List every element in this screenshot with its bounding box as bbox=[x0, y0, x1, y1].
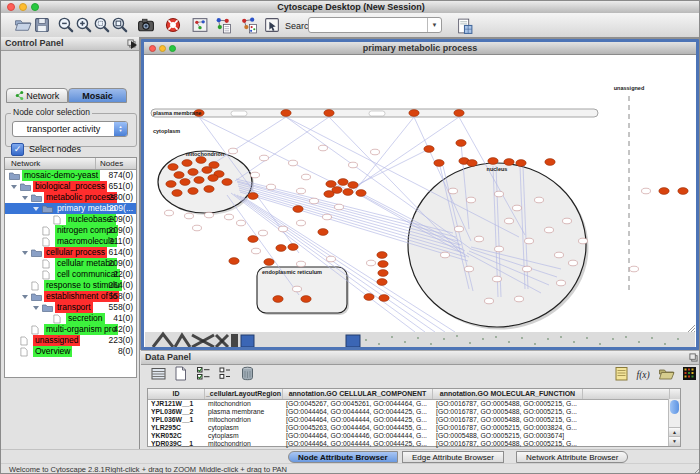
new-attribute-icon[interactable] bbox=[172, 365, 189, 382]
gene-node[interactable] bbox=[222, 179, 232, 186]
tree-row-nucleobase-[interactable]: nucleobase-209(0) bbox=[5, 214, 136, 225]
create-network-icon[interactable] bbox=[191, 16, 209, 34]
gene-node[interactable] bbox=[364, 294, 374, 301]
gene-node[interactable] bbox=[356, 190, 366, 197]
tree-row-response-to-stimulu[interactable]: response to stimulu264(0) bbox=[5, 280, 136, 291]
import-vizmap-icon[interactable] bbox=[456, 17, 474, 35]
close-icon[interactable] bbox=[149, 45, 156, 52]
tab-edge-attribute-browser[interactable]: Edge Attribute Browser bbox=[402, 451, 504, 463]
table-row[interactable]: YPL036W__2plasma membrane[GO:0044464, GO… bbox=[148, 408, 680, 416]
scrollbar-thumb[interactable] bbox=[670, 400, 679, 414]
gene-node[interactable] bbox=[378, 261, 388, 268]
gene-node[interactable] bbox=[516, 160, 526, 167]
tree-row-mosaic-demo-yeast[interactable]: mosaic-demo-yeast874(0) bbox=[5, 170, 136, 181]
delete-attribute-icon[interactable] bbox=[239, 365, 256, 382]
gene-node[interactable] bbox=[424, 146, 434, 153]
gene-node[interactable] bbox=[293, 206, 303, 213]
gene-node[interactable] bbox=[659, 188, 669, 195]
expander-icon[interactable] bbox=[11, 185, 17, 189]
gene-node[interactable] bbox=[467, 160, 477, 167]
gene-node[interactable] bbox=[343, 189, 353, 196]
tab-scroll-right-icon[interactable] bbox=[131, 41, 137, 49]
table-cell[interactable]: YJR121W__1 bbox=[148, 400, 205, 408]
open-file-icon[interactable] bbox=[14, 16, 32, 34]
gene-node[interactable] bbox=[281, 110, 291, 117]
table-cell[interactable]: YPL036W__2 bbox=[148, 408, 205, 416]
help-icon[interactable] bbox=[164, 16, 182, 34]
gene-node[interactable] bbox=[166, 181, 176, 188]
tab-network[interactable]: Network bbox=[6, 88, 68, 103]
table-cell[interactable]: [GO:0016787, GO:0005488, GO:0005215, G..… bbox=[433, 408, 583, 416]
zoom-selected-region-icon[interactable] bbox=[93, 16, 111, 34]
column-header-annotation.GO MOLECULAR_FUNCTION[interactable]: annotation.GO MOLECULAR_FUNCTION bbox=[433, 389, 583, 399]
attribute-matrix-icon[interactable] bbox=[150, 365, 167, 382]
table-cell[interactable]: [GO:0045267, GO:0045261, GO:0044464, G..… bbox=[283, 400, 433, 408]
import-network-icon[interactable] bbox=[214, 16, 232, 34]
zoom-in-icon[interactable] bbox=[75, 16, 93, 34]
snapshot-icon[interactable] bbox=[137, 16, 155, 34]
table-cell[interactable]: YLR295C bbox=[148, 424, 205, 432]
unselect-attributes-icon[interactable] bbox=[217, 365, 234, 382]
table-cell[interactable] bbox=[583, 424, 670, 432]
gene-node[interactable] bbox=[182, 160, 192, 167]
gene-node[interactable] bbox=[456, 140, 466, 147]
column-header-empty[interactable] bbox=[583, 389, 670, 399]
gene-node[interactable] bbox=[326, 181, 336, 188]
table-cell[interactable]: mitochondrion bbox=[205, 440, 283, 448]
search-dropdown-icon[interactable]: ▼ bbox=[427, 18, 441, 32]
table-cell[interactable]: YKR052C bbox=[148, 432, 205, 440]
scroll-down-icon[interactable]: ▼ bbox=[669, 436, 680, 446]
expander-icon[interactable] bbox=[22, 196, 28, 200]
network-window-titlebar[interactable]: primary metabolic process bbox=[144, 42, 696, 55]
gene-node[interactable] bbox=[188, 169, 198, 176]
table-cell[interactable]: [GO:0016787, GO:0005488, GO:0005215, G..… bbox=[433, 416, 583, 424]
table-cell[interactable]: [GO:0016787, GO:0005488, GO:0005215, G..… bbox=[433, 400, 583, 408]
notepad-icon[interactable] bbox=[613, 365, 630, 382]
search-input[interactable] bbox=[309, 18, 427, 32]
select-attributes-icon[interactable] bbox=[195, 365, 212, 382]
gene-node[interactable] bbox=[194, 177, 204, 184]
gene-node[interactable] bbox=[273, 296, 283, 303]
gene-node[interactable] bbox=[348, 182, 358, 189]
gene-node[interactable] bbox=[196, 157, 206, 164]
network-canvas[interactable]: plasma membranecytoplasmmitochondrionnuc… bbox=[144, 55, 696, 347]
gene-node[interactable] bbox=[454, 110, 464, 117]
table-cell[interactable] bbox=[583, 400, 670, 408]
annotation-icon[interactable] bbox=[263, 16, 281, 34]
tree-row-cellular-metabo[interactable]: cellular metabo209(0) bbox=[5, 258, 136, 269]
tree-row-multi-organism-pro[interactable]: multi-organism pro42(0) bbox=[5, 324, 136, 335]
table-cell[interactable]: [GO:0045263, GO:0044464, GO:0044455, G..… bbox=[283, 424, 433, 432]
node-color-dropdown[interactable]: transporter activity ▲▼ bbox=[12, 121, 128, 137]
gene-node[interactable] bbox=[379, 295, 389, 302]
tree-row-primary-metabo[interactable]: primary metabo209(... bbox=[5, 203, 136, 214]
table-cell[interactable] bbox=[583, 432, 670, 440]
tab-node-attribute-browser[interactable]: Node Attribute Browser bbox=[288, 451, 398, 463]
zoom-fit-icon[interactable] bbox=[111, 16, 129, 34]
tree-row-overview[interactable]: Overview8(0) bbox=[5, 346, 136, 357]
table-row[interactable]: YPL036W__1mitochondrion[GO:0044464, GO:0… bbox=[148, 416, 680, 424]
table-row[interactable]: YDR039C__1mitochondrion[GO:0044464, GO:0… bbox=[148, 440, 680, 448]
gene-node[interactable] bbox=[488, 158, 498, 165]
maximize-icon[interactable] bbox=[31, 3, 39, 11]
gene-node[interactable] bbox=[324, 191, 334, 198]
color-matrix-icon[interactable] bbox=[681, 365, 698, 382]
gene-node[interactable] bbox=[377, 279, 387, 286]
function-builder-icon[interactable]: f(x) bbox=[635, 365, 652, 382]
gene-node[interactable] bbox=[229, 258, 239, 265]
attribute-table-header[interactable]: ID_cellularLayoutRegionannotation.GO CEL… bbox=[148, 389, 680, 400]
table-cell[interactable]: [GO:0044464, GO:0044444, GO:0044425, G..… bbox=[283, 440, 433, 448]
resize-grip-icon[interactable] bbox=[690, 466, 700, 474]
table-cell[interactable]: [GO:0044464, GO:0044444, GO:0044425, G..… bbox=[283, 416, 433, 424]
tab-network-attribute-browser[interactable]: Network Attribute Browser bbox=[516, 451, 628, 463]
gene-node[interactable] bbox=[434, 160, 444, 167]
gene-node[interactable] bbox=[301, 296, 311, 303]
table-cell[interactable]: mitochondrion bbox=[205, 416, 283, 424]
expander-icon[interactable] bbox=[33, 306, 39, 310]
table-cell[interactable]: plasma membrane bbox=[205, 408, 283, 416]
table-cell[interactable]: [GO:0044464, GO:0044446, GO:0044444, G..… bbox=[283, 432, 433, 440]
select-nodes-checkbox[interactable]: ✓ bbox=[11, 143, 24, 156]
table-cell[interactable]: cytoplasm bbox=[205, 424, 283, 432]
gene-node[interactable] bbox=[172, 190, 182, 197]
tree-row-secretion[interactable]: secretion41(0) bbox=[5, 313, 136, 324]
expander-icon[interactable] bbox=[22, 251, 28, 255]
